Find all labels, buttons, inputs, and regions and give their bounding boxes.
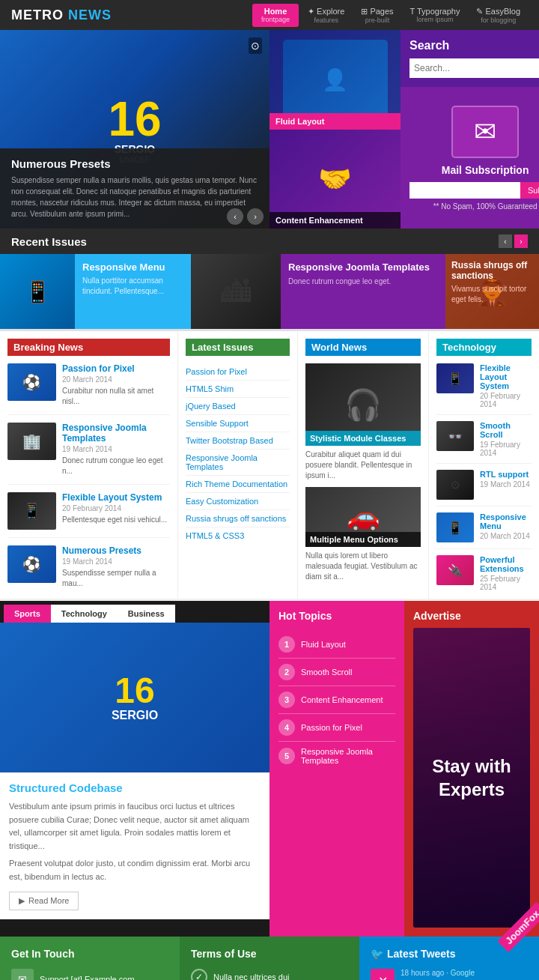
hot-item-1[interactable]: 1 Fluid Layout xyxy=(278,631,395,659)
hot-item-4[interactable]: 4 Passion for Pixel xyxy=(278,714,395,742)
thumb-content-enhancement[interactable]: 🤝 Content Enhancement xyxy=(270,130,401,229)
li-item-5[interactable]: Twitter Bootstrap Based xyxy=(186,432,290,450)
tech-item-5[interactable]: 🔌 Powerful Extensions 25 February 2014 xyxy=(436,555,532,591)
terms-title: Terms of Use xyxy=(191,948,348,960)
bn-date-3: 20 February 2014 xyxy=(62,504,167,512)
tech-date-2: 19 February 2014 xyxy=(480,441,532,457)
recent-item-3[interactable]: Responsive Joomla Templates Donec rutrum… xyxy=(281,254,445,329)
bn-item-4[interactable]: ⚽ Numerous Presets 19 March 2014 Suspend… xyxy=(7,545,170,589)
world-text-1: Curabitur aliquet quam id dui posuere bl… xyxy=(305,450,421,481)
tech-date-5: 25 February 2014 xyxy=(480,575,532,591)
hot-item-5[interactable]: 5 Responsive Joomla Templates xyxy=(278,742,395,770)
get-in-touch-col: Get In Touch ✉ Support [at] Example.com … xyxy=(0,937,180,980)
next-arrow[interactable]: › xyxy=(247,208,264,225)
ri4-text: Vivamus suscipit tortor eget felis. xyxy=(451,284,533,305)
tabs-bar: Sports Technology Business xyxy=(0,601,270,623)
li-item-1[interactable]: Passion for Pixel xyxy=(186,363,290,381)
prev-arrow[interactable]: ‹ xyxy=(227,208,243,225)
hero-slide-title: Numerous Presets xyxy=(11,157,258,170)
recent-next-btn[interactable]: › xyxy=(514,235,528,248)
hero-section: 16 SERGIO UNICEF Numerous Presets Suspen… xyxy=(0,30,539,229)
tech-thumb-4: 📱 xyxy=(436,512,474,542)
terms-col: Terms of Use ✓ Nulla nec ultrices dui ✓ … xyxy=(180,937,359,980)
tech-item-4[interactable]: 📱 Responsive Menu 20 March 2014 xyxy=(436,512,532,549)
li-item-6[interactable]: Responsive Joomla Templates xyxy=(186,450,290,476)
hot-label-3: Content Enhancement xyxy=(301,695,383,704)
bn-text-2: Donec rutrum congue leo eget n... xyxy=(62,456,170,477)
bn-thumb-2: 🏢 xyxy=(7,423,56,460)
latest-tweets-title: 🐦 Latest Tweets xyxy=(371,948,528,960)
tweet-meta-1: 18 hours ago · Google xyxy=(401,969,528,977)
advertise-text: Stay withExperts xyxy=(432,754,511,801)
recent-item-1[interactable]: 📱 Responsive Menu Nulla porttitor accums… xyxy=(0,254,191,329)
hot-num-1: 1 xyxy=(278,636,295,653)
latest-tweets-col: 🐦 Latest Tweets ✕ 18 hours ago · Google … xyxy=(359,937,539,980)
advertise-content[interactable]: Stay withExperts xyxy=(413,628,530,928)
world-news-title: World News xyxy=(305,339,421,356)
nav-typography[interactable]: T Typography lorem ipsum xyxy=(403,4,468,27)
world-featured-1[interactable]: 🎧 Stylistic Module Classes xyxy=(305,363,421,446)
mail-submit-button[interactable]: Submit xyxy=(520,182,539,199)
li-item-8[interactable]: Easy Customization xyxy=(186,493,290,510)
li-item-10[interactable]: HTML5 & CSS3 xyxy=(186,527,290,544)
hot-item-3[interactable]: 3 Content Enhancement xyxy=(278,686,395,714)
tech-title-2: Smooth Scroll xyxy=(480,421,532,439)
tech-item-3[interactable]: ⚙ RTL support 19 March 2014 xyxy=(436,470,532,506)
bn-title-4: Numerous Presets xyxy=(62,545,170,556)
terms-item-1[interactable]: ✓ Nulla nec ultrices dui xyxy=(191,969,348,980)
tweet-1: ✕ 18 hours ago · Google Top 7 Free and P… xyxy=(371,969,528,980)
tech-title-5: Powerful Extensions xyxy=(480,555,532,573)
bn-item-3[interactable]: 📱 Flexible Layout System 20 February 201… xyxy=(7,492,170,538)
hero-thumbs: 👤 Fluid Layout 🤝 Content Enhancement xyxy=(270,30,401,229)
footer-info: Get In Touch ✉ Support [at] Example.com … xyxy=(0,937,539,980)
twitter-icon: 🐦 xyxy=(371,948,383,960)
recent-issues-title: Recent Issues xyxy=(11,235,87,248)
bn-title-2: Responsive Joomla Templates xyxy=(62,423,170,444)
tab-business[interactable]: Business xyxy=(118,605,175,623)
recent-item-4[interactable]: 👨‍✈️ Russia shrugs off sanctions Vivamus… xyxy=(445,254,539,329)
mail-input[interactable] xyxy=(409,182,520,199)
bn-item-1[interactable]: ⚽ Passion for Pixel 20 March 2014 Curabi… xyxy=(7,363,170,415)
nav-easyblog[interactable]: ✎ EasyBlog for blogging xyxy=(469,4,528,27)
technology-title: Technology xyxy=(436,339,532,356)
nav-home[interactable]: Home frontpage xyxy=(252,4,299,27)
li-item-2[interactable]: HTML5 Shim xyxy=(186,381,290,398)
hot-topics-col: Hot Topics 1 Fluid Layout 2 Smooth Scrol… xyxy=(270,601,404,937)
bn-item-2[interactable]: 🏢 Responsive Joomla Templates 19 March 2… xyxy=(7,423,170,485)
breaking-news-title: Breaking News xyxy=(7,339,170,356)
li-item-4[interactable]: Sensible Support xyxy=(186,415,290,432)
tab-sports[interactable]: Sports xyxy=(4,605,51,623)
recent-issues-section: Recent Issues ‹ › 📱 Responsive Menu Null… xyxy=(0,229,539,329)
read-more-button[interactable]: ▶ Read More xyxy=(9,892,79,910)
hot-item-2[interactable]: 2 Smooth Scroll xyxy=(278,659,395,686)
li-item-9[interactable]: Russia shrugs off sanctions xyxy=(186,510,290,527)
latest-issues-col: Latest Issues Passion for Pixel HTML5 Sh… xyxy=(178,331,298,599)
ri3-title: Responsive Joomla Templates xyxy=(288,261,438,273)
li-item-3[interactable]: jQuery Based xyxy=(186,398,290,415)
phones-graphic: 📱 xyxy=(0,254,75,329)
tech-item-2[interactable]: 👓 Smooth Scroll 19 February 2014 xyxy=(436,421,532,464)
thumb-fluid-layout[interactable]: 👤 Fluid Layout xyxy=(270,30,401,130)
bn-date-4: 19 March 2014 xyxy=(62,557,170,566)
hot-label-4: Passion for Pixel xyxy=(301,723,362,732)
get-in-touch-title: Get In Touch xyxy=(11,948,168,960)
hot-label-2: Smooth Scroll xyxy=(301,668,352,677)
bn-thumb-1: ⚽ xyxy=(7,363,56,401)
search-input[interactable] xyxy=(409,58,539,78)
tech-item-1[interactable]: 📱 Flexible Layout System 20 February 201… xyxy=(436,363,532,415)
tech-thumb-2: 👓 xyxy=(436,421,474,451)
slide-nav-arrows: ‹ › xyxy=(227,208,264,225)
tech-title-1: Flexible Layout System xyxy=(480,363,532,390)
recent-prev-btn[interactable]: ‹ xyxy=(499,235,512,248)
li-item-7[interactable]: Rich Theme Documentation xyxy=(186,476,290,493)
world-featured-2[interactable]: 🚗 Multiple Menu Options xyxy=(305,487,421,547)
tab-technology[interactable]: Technology xyxy=(51,605,118,623)
terms-icon-1: ✓ xyxy=(191,969,207,980)
nav-explore[interactable]: ✦ Explore features xyxy=(300,4,352,27)
recent-item-2[interactable]: 🏙 xyxy=(191,254,281,329)
nav-pages[interactable]: ⊞ Pages pre-built xyxy=(353,4,401,27)
hot-num-3: 3 xyxy=(278,692,295,708)
bn-title-1: Passion for Pixel xyxy=(62,363,170,374)
tweet-avatar-1: ✕ xyxy=(371,969,395,980)
recent-items-row: 📱 Responsive Menu Nulla porttitor accums… xyxy=(0,254,539,329)
